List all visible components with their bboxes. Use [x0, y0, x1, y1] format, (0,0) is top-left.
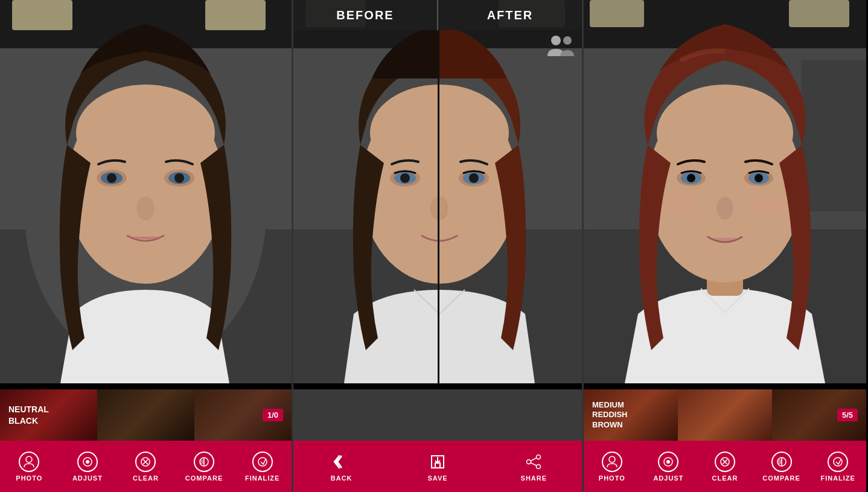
svg-point-66: [687, 174, 695, 182]
right-adjust-icon: [658, 452, 678, 472]
center-gray-area: [293, 389, 582, 441]
right-color-badge: 5/5: [837, 409, 858, 421]
svg-point-71: [666, 460, 670, 464]
left-color-swatch-bar: NEUTRAL BLACK 1/0: [0, 389, 292, 441]
svg-rect-53: [789, 0, 849, 27]
right-color-name: MEDIUM REDDISH BROWN: [592, 400, 628, 430]
share-icon: [523, 452, 544, 472]
left-background: [0, 0, 292, 383]
right-background: [584, 0, 866, 383]
right-finalize-icon: [828, 452, 848, 472]
svg-point-44: [430, 196, 448, 220]
svg-point-68: [716, 197, 733, 220]
svg-point-69: [609, 456, 615, 462]
svg-point-18: [86, 460, 89, 464]
before-label: BEFORE: [293, 8, 437, 22]
back-icon: [331, 452, 352, 472]
left-color-badge: 1/0: [263, 409, 283, 421]
svg-rect-77: [777, 459, 782, 464]
save-icon: [427, 452, 448, 472]
left-finalize-button[interactable]: FINALIZE: [233, 452, 292, 482]
svg-point-78: [834, 458, 842, 466]
left-panel: NEUTRAL BLACK 1/0 PHOTO ADJUS: [0, 0, 292, 492]
person-icon: [19, 452, 39, 472]
right-person-icon: [602, 452, 622, 472]
split-divider: [438, 0, 439, 383]
svg-point-13: [107, 173, 116, 183]
left-adjust-button[interactable]: ADJUST: [59, 452, 117, 482]
right-compare-button[interactable]: COMPARE: [753, 452, 810, 482]
svg-point-35: [370, 85, 509, 181]
left-compare-button[interactable]: COMPARE: [175, 452, 234, 482]
right-color-swatch-bar: MEDIUM REDDISH BROWN 5/5: [584, 389, 866, 441]
right-color-info: MEDIUM REDDISH BROWN 5/5: [584, 389, 866, 441]
center-panel: BEFORE AFTER: [292, 0, 584, 492]
left-clear-button[interactable]: CLEAR: [116, 452, 175, 482]
svg-point-14: [174, 173, 184, 183]
compare-icon: [194, 452, 214, 472]
right-adjust-button[interactable]: ADJUST: [640, 452, 697, 482]
right-panel: MEDIUM REDDISH BROWN 5/5 PHOTO: [584, 0, 866, 492]
svg-point-46: [537, 464, 541, 468]
left-color-info: NEUTRAL BLACK 1/0: [0, 389, 292, 441]
adjust-icon: [77, 452, 98, 472]
back-button[interactable]: BACK: [293, 452, 389, 482]
svg-line-48: [531, 458, 537, 461]
finalize-icon: [252, 452, 273, 472]
svg-point-47: [527, 459, 531, 464]
svg-point-67: [755, 174, 763, 182]
right-clear-button[interactable]: CLEAR: [697, 452, 753, 482]
svg-point-8: [76, 85, 215, 181]
svg-rect-56: [801, 60, 866, 211]
svg-point-26: [551, 36, 561, 45]
before-after-header: BEFORE AFTER: [293, 0, 582, 30]
save-button[interactable]: SAVE: [389, 452, 485, 482]
center-photo-area: BEFORE AFTER: [293, 0, 582, 383]
svg-line-49: [531, 462, 537, 465]
share-button[interactable]: SHARE: [486, 452, 582, 482]
svg-point-60: [662, 194, 698, 216]
center-toolbar: BACK SAVE: [293, 441, 582, 492]
right-clear-icon: [715, 452, 735, 472]
svg-point-42: [400, 173, 410, 183]
left-photo-area: [0, 0, 292, 383]
svg-point-27: [563, 36, 572, 45]
svg-rect-3: [205, 0, 266, 30]
svg-rect-2: [12, 0, 72, 30]
svg-point-15: [136, 196, 155, 220]
svg-rect-52: [590, 0, 644, 27]
left-color-name: NEUTRAL BLACK: [8, 404, 49, 426]
svg-point-59: [657, 85, 793, 181]
svg-point-45: [537, 455, 541, 459]
right-photo-button[interactable]: PHOTO: [584, 452, 640, 482]
people-icon[interactable]: [546, 33, 576, 62]
right-finalize-button[interactable]: FINALIZE: [809, 452, 866, 482]
svg-point-25: [258, 458, 267, 466]
svg-point-61: [752, 194, 788, 216]
svg-point-16: [26, 456, 32, 462]
left-photo-button[interactable]: PHOTO: [0, 452, 59, 482]
right-photo-area: [584, 0, 866, 383]
after-label: AFTER: [438, 8, 582, 22]
right-compare-icon: [771, 452, 792, 472]
svg-point-43: [469, 173, 479, 183]
clear-icon: [135, 452, 156, 472]
svg-rect-24: [200, 459, 204, 464]
right-toolbar: PHOTO ADJUST CLEAR: [584, 441, 866, 492]
left-toolbar: PHOTO ADJUST CLEAR: [0, 441, 292, 492]
